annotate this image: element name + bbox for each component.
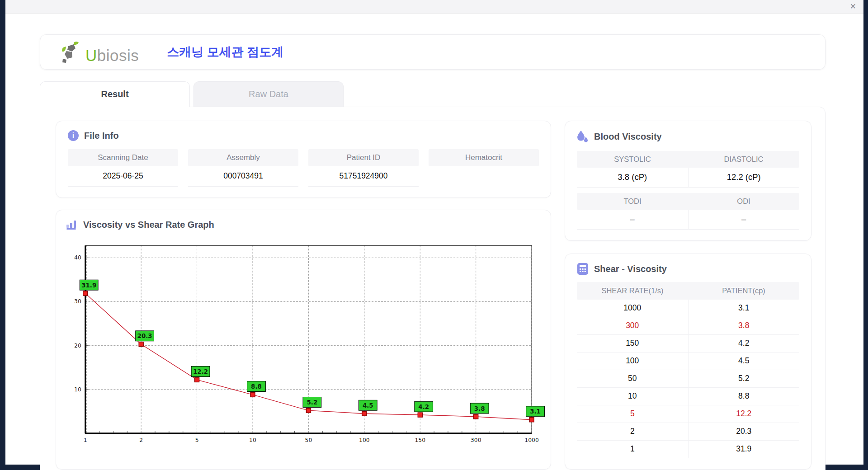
ubiosis-logo: Ubiosis — [60, 41, 139, 63]
data-point-label: 20.3 — [137, 333, 152, 339]
app-title: 스캐닝 모세관 점도계 — [167, 44, 283, 60]
bv-header-row-0: SYSTOLICDIASTOLIC — [577, 151, 799, 168]
file-info-field-hematocrit: Hematocrit — [429, 149, 539, 187]
blood-viscosity-title-row: Blood Viscosity — [577, 130, 799, 143]
tab-raw-data-label: Raw Data — [249, 89, 288, 99]
app-window: ✕ Ubiosis 스캐닝 모세관 점도계 Result Raw Data — [5, 0, 863, 465]
bv-header-odi: ODI — [688, 193, 799, 210]
sv-patient-value: 5.2 — [688, 370, 800, 387]
data-point-label: 12.2 — [193, 368, 208, 375]
bv-value-odi: – — [688, 210, 800, 230]
file-info-grid: Scanning Date2025-06-25Assembly000703491… — [68, 149, 539, 187]
shear-viscosity-table: SHEAR RATE(1/s)PATIENT(cp)10003.13003.81… — [577, 282, 799, 458]
bv-header-systolic: SYSTOLIC — [577, 151, 688, 168]
table-row-shear-1000: 10003.1 — [577, 300, 799, 317]
data-point-marker — [139, 342, 143, 347]
file-info-value-scanning-date: 2025-06-25 — [68, 166, 178, 187]
sv-shear-value: 150 — [577, 335, 688, 352]
shear-viscosity-panel: Shear - Viscosity SHEAR RATE(1/s)PATIENT… — [565, 254, 811, 470]
right-column: Blood Viscosity SYSTOLICDIASTOLIC3.8 (cP… — [565, 121, 811, 470]
bv-header-todi: TODI — [577, 193, 688, 210]
sv-shear-value: 300 — [577, 317, 688, 334]
x-tick-label: 1 — [84, 437, 87, 443]
data-point-label: 5.2 — [307, 399, 318, 406]
x-tick-label: 100 — [359, 437, 370, 443]
sv-shear-value: 5 — [577, 405, 688, 423]
window-titlebar: ✕ — [5, 0, 863, 14]
table-row-shear-1: 131.9 — [577, 441, 799, 458]
shear-viscosity-title-row: Shear - Viscosity — [577, 263, 799, 275]
data-point-marker — [474, 414, 478, 419]
y-tick-label: 30 — [74, 298, 81, 305]
data-point-marker — [250, 392, 255, 397]
bv-value-row-1: –– — [577, 210, 799, 230]
data-point-label: 3.8 — [474, 405, 485, 412]
tab-result-label: Result — [101, 89, 128, 99]
tab-raw-data[interactable]: Raw Data — [193, 81, 344, 107]
viscosity-shear-chart: 125105010015030010001020304031.920.312.2… — [66, 236, 541, 448]
sv-patient-value: 4.2 — [688, 335, 800, 352]
table-row-shear-150: 1504.2 — [577, 335, 799, 352]
window-content: Ubiosis 스캐닝 모세관 점도계 Result Raw Data i Fi… — [5, 14, 863, 470]
data-point-marker — [529, 418, 534, 422]
x-tick-label: 10 — [249, 437, 256, 443]
data-point-marker — [418, 413, 422, 417]
ubiosis-leaf-icon — [60, 41, 84, 63]
blood-viscosity-panel: Blood Viscosity SYSTOLICDIASTOLIC3.8 (cP… — [565, 121, 811, 241]
sv-patient-value: 31.9 — [688, 441, 800, 458]
graph-title-row: Viscosity vs Shear Rate Graph — [66, 219, 541, 230]
bv-group-0: SYSTOLICDIASTOLIC3.8 (cP)12.2 (cP) — [577, 151, 799, 188]
sv-shear-value: 1000 — [577, 300, 688, 317]
sv-shear-value: 50 — [577, 370, 688, 387]
file-info-field-assembly: Assembly000703491 — [188, 149, 298, 187]
sv-patient-value: 3.1 — [688, 300, 800, 317]
x-tick-label: 2 — [139, 437, 143, 443]
close-icon[interactable]: ✕ — [850, 3, 856, 10]
blood-drop-icon — [577, 130, 589, 143]
left-column: i File Info Scanning Date2025-06-25Assem… — [56, 121, 551, 470]
data-point-label: 31.9 — [81, 282, 96, 289]
table-row-shear-10: 108.8 — [577, 388, 799, 405]
file-info-value-patient-id: 51751924900 — [308, 166, 419, 187]
table-row-shear-5: 512.2 — [577, 405, 799, 423]
viscosity-graph-panel: Viscosity vs Shear Rate Graph 1251050100… — [56, 210, 551, 470]
tab-bar: Result Raw Data — [40, 81, 826, 107]
bv-value-diastolic: 12.2 (cP) — [688, 168, 800, 188]
bar-chart-icon — [66, 219, 78, 230]
x-tick-label: 1000 — [524, 437, 539, 443]
sv-patient-value: 8.8 — [688, 388, 800, 405]
table-row-shear-2: 220.3 — [577, 423, 799, 441]
file-info-title-row: i File Info — [68, 130, 539, 141]
x-tick-label: 300 — [471, 437, 481, 443]
y-tick-label: 10 — [74, 386, 81, 393]
ubiosis-logo-text: Ubiosis — [85, 47, 139, 63]
file-info-label-assembly: Assembly — [188, 149, 298, 166]
data-point-marker — [362, 411, 367, 416]
bv-value-systolic: 3.8 (cP) — [577, 168, 688, 188]
tab-result[interactable]: Result — [40, 81, 190, 107]
file-info-value-hematocrit — [429, 166, 539, 185]
data-point-label: 4.2 — [418, 404, 429, 410]
shear-viscosity-title: Shear - Viscosity — [594, 264, 667, 274]
file-info-label-patient-id: Patient ID — [308, 149, 419, 166]
y-tick-label: 20 — [74, 342, 81, 349]
x-tick-label: 5 — [195, 437, 199, 443]
data-point-label: 8.8 — [251, 383, 262, 390]
y-tick-label: 40 — [74, 254, 81, 261]
x-tick-label: 50 — [305, 437, 312, 443]
data-point-marker — [195, 377, 199, 382]
sv-patient-value: 3.8 — [688, 317, 800, 334]
sv-shear-value: 2 — [577, 423, 688, 440]
sv-patient-value: 20.3 — [688, 423, 800, 440]
bv-value-todi: – — [577, 210, 688, 230]
result-panel: i File Info Scanning Date2025-06-25Assem… — [40, 107, 826, 470]
table-row-shear-100: 1004.5 — [577, 352, 799, 370]
data-point-label: 3.1 — [530, 408, 541, 415]
sv-column-header-shear-rate-1-s: SHEAR RATE(1/s) — [577, 282, 688, 300]
bv-header-row-1: TODIODI — [577, 193, 799, 210]
file-info-field-patient-id: Patient ID51751924900 — [308, 149, 419, 187]
table-row-shear-50: 505.2 — [577, 370, 799, 388]
x-tick-label: 150 — [415, 437, 425, 443]
file-info-panel: i File Info Scanning Date2025-06-25Assem… — [56, 121, 551, 198]
header-card: Ubiosis 스캐닝 모세관 점도계 — [40, 34, 826, 70]
